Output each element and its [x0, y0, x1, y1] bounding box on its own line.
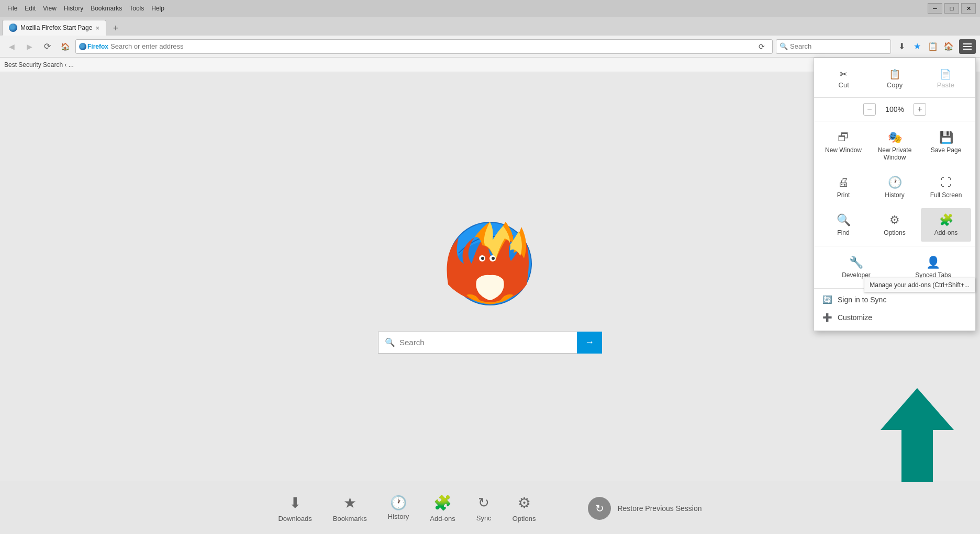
menu-save-page[interactable]: 💾 Save Page	[921, 126, 971, 166]
menu-options[interactable]: ⚙ Options	[870, 208, 920, 242]
new-window-label: New Window	[825, 146, 862, 154]
pocket-icon[interactable]: 📋	[926, 39, 940, 54]
history-shortcut-label: History	[388, 513, 409, 520]
title-bar: File Edit View History Bookmarks Tools H…	[0, 0, 980, 17]
cut-label: Cut	[839, 81, 849, 89]
homepage-search-button[interactable]: →	[577, 332, 602, 354]
menu-tools[interactable]: Tools	[126, 4, 147, 13]
new-window-icon: 🗗	[838, 131, 849, 144]
menu-grid-row3: 🔍 Find ⚙ Options 🧩 Add-ons	[814, 206, 975, 244]
sync-shortcut-label: Sync	[476, 514, 492, 522]
addons-shortcut-label: Add-ons	[430, 515, 455, 522]
bookmarks-shortcut-label: Bookmarks	[333, 515, 367, 522]
back-button[interactable]: ◀	[4, 39, 19, 54]
tab-title: Mozilla Firefox Start Page	[20, 24, 92, 31]
address-bar-container: Firefox ⟳	[75, 39, 773, 54]
history-menu-icon: 🕐	[888, 176, 902, 189]
minimize-button[interactable]: ─	[928, 3, 942, 14]
restore-session-button[interactable]: ↻ Restore Previous Session	[588, 497, 701, 520]
addons-icon: 🧩	[433, 494, 452, 512]
teal-arrow-indicator	[881, 388, 954, 484]
restore-session-icon: ↻	[588, 497, 611, 520]
shortcut-history[interactable]: 🕐 History	[388, 496, 409, 520]
bottom-shortcuts-bar: ⬇ Downloads ★ Bookmarks 🕐 History 🧩 Add-…	[0, 482, 980, 534]
refresh-button[interactable]: ⟳	[754, 39, 769, 54]
search-input[interactable]	[790, 42, 887, 50]
zoom-out-button[interactable]: −	[863, 103, 876, 116]
shortcut-downloads[interactable]: ⬇ Downloads	[278, 494, 311, 522]
addons-menu-icon: 🧩	[939, 213, 953, 227]
downloads-icon: ⬇	[289, 494, 301, 512]
maximize-button[interactable]: □	[944, 3, 959, 14]
title-bar-left: File Edit View History Bookmarks Tools H…	[4, 4, 168, 13]
hamburger-menu-button[interactable]	[959, 39, 976, 54]
bookmark-icon[interactable]: ★	[910, 39, 925, 54]
homepage-search-input[interactable]	[399, 338, 571, 347]
sync-sign-in-icon: 🔄	[822, 295, 832, 304]
search-icon: 🔍	[779, 42, 788, 50]
options-menu-label: Options	[884, 229, 905, 236]
reload-button[interactable]: ⟳	[40, 39, 54, 54]
paste-label: Paste	[937, 81, 954, 89]
menu-find[interactable]: 🔍 Find	[818, 208, 868, 242]
menu-full-screen[interactable]: ⛶ Full Screen	[921, 171, 971, 204]
address-input[interactable]	[110, 42, 752, 50]
save-page-icon: 💾	[939, 131, 953, 144]
divider-2	[814, 121, 975, 121]
print-icon: 🖨	[838, 176, 849, 189]
copy-label: Copy	[887, 81, 903, 89]
homepage-search-icon: 🔍	[385, 337, 395, 347]
options-shortcut-label: Options	[513, 515, 536, 522]
menu-help[interactable]: Help	[148, 4, 168, 13]
new-private-window-label: New Private Window	[872, 146, 918, 161]
copy-button[interactable]: 📋 Copy	[869, 64, 920, 93]
zoom-in-button[interactable]: +	[914, 103, 926, 116]
addons-menu-label: Add-ons	[934, 229, 958, 236]
menu-edit[interactable]: Edit	[21, 4, 39, 13]
forward-button[interactable]: ▶	[22, 39, 37, 54]
active-tab[interactable]: Mozilla Firefox Start Page ×	[2, 20, 106, 36]
menu-add-ons[interactable]: 🧩 Add-ons	[921, 208, 971, 242]
shortcut-sync[interactable]: ↻ Sync	[476, 495, 492, 522]
menu-bookmarks[interactable]: Bookmarks	[87, 4, 125, 13]
find-label: Find	[837, 229, 849, 236]
homepage-search-box: 🔍	[378, 332, 577, 354]
close-button[interactable]: ✕	[961, 3, 976, 14]
menu-new-private-window[interactable]: 🎭 New Private Window	[870, 126, 920, 166]
bookmarks-shortcut-icon: ★	[343, 494, 357, 512]
home-button[interactable]: 🏠	[58, 39, 72, 54]
menu-print[interactable]: 🖨 Print	[818, 171, 868, 204]
home-icon[interactable]: 🏠	[941, 39, 956, 54]
shortcut-options[interactable]: ⚙ Options	[513, 494, 536, 522]
menu-new-window[interactable]: 🗗 New Window	[818, 126, 868, 166]
svg-point-5	[492, 257, 495, 260]
menu-file[interactable]: File	[4, 4, 20, 13]
shortcut-addons[interactable]: 🧩 Add-ons	[430, 494, 455, 522]
customize-button[interactable]: ➕ Customize	[814, 309, 975, 326]
cut-button[interactable]: ✂ Cut	[818, 64, 869, 93]
divider-1	[814, 97, 975, 98]
navigation-bar: ◀ ▶ ⟳ 🏠 Firefox ⟳ 🔍 ⬇ ★ 📋 🏠	[0, 36, 980, 58]
menu-view[interactable]: View	[40, 4, 60, 13]
tab-bar: Mozilla Firefox Start Page × +	[0, 17, 980, 36]
bookmarks-bar-item[interactable]: Best Security Search ‹ ...	[4, 61, 74, 69]
shortcut-bookmarks[interactable]: ★ Bookmarks	[333, 494, 367, 522]
menu-history[interactable]: 🕐 History	[870, 171, 920, 204]
history-menu-label: History	[885, 191, 904, 199]
fullscreen-icon: ⛶	[940, 176, 952, 189]
history-icon: 🕐	[390, 496, 407, 509]
sign-in-sync-button[interactable]: 🔄 Sign in to Sync	[814, 291, 975, 309]
download-icon[interactable]: ⬇	[894, 39, 909, 54]
zoom-row: − 100% +	[814, 100, 975, 119]
menu-bar: File Edit View History Bookmarks Tools H…	[4, 4, 168, 13]
new-tab-button[interactable]: +	[108, 22, 123, 35]
find-icon: 🔍	[837, 213, 851, 227]
customize-label: Customize	[838, 313, 872, 322]
paste-button[interactable]: 📄 Paste	[920, 64, 971, 93]
addons-tooltip: Manage your add-ons (Ctrl+Shift+...	[864, 278, 975, 292]
tab-close-button[interactable]: ×	[95, 24, 99, 32]
menu-history[interactable]: History	[61, 4, 86, 13]
site-icon	[79, 43, 86, 50]
fullscreen-label: Full Screen	[930, 191, 962, 199]
synced-tabs-icon: 👤	[926, 256, 940, 269]
